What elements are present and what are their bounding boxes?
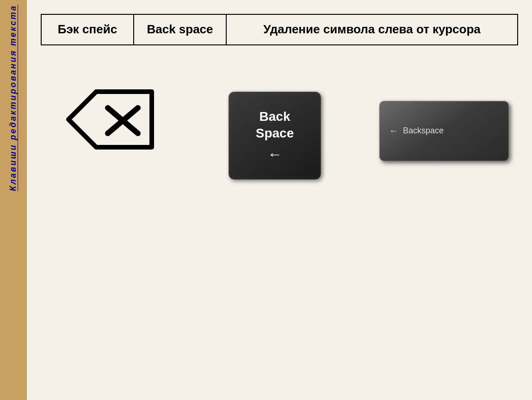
right-section: ← Backspace [379, 64, 509, 161]
images-area: Back Space ← ← Backspace [41, 59, 518, 391]
main-content: Бэк спейс Back space Удаление символа сл… [27, 0, 532, 400]
key-label-line2: Space [256, 125, 294, 142]
key-label-line1: Back [260, 108, 291, 125]
backspace-symbol-icon [59, 82, 161, 156]
table-cell-english: Back space [134, 14, 226, 45]
key-arrow-icon: ← [267, 146, 282, 163]
real-key-text: Backspace [403, 126, 444, 136]
table-cell-description: Удаление символа слева от курсора [226, 14, 518, 45]
info-table: Бэк спейс Back space Удаление символа сл… [41, 14, 518, 45]
table-cell-russian: Бэк спейс [41, 14, 134, 45]
sidebar-text: Клавиши редактирования текста [7, 5, 19, 191]
real-key-arrow-icon: ← [389, 125, 398, 136]
backspace-icon-container [50, 73, 170, 166]
center-column: Back Space ← [229, 92, 321, 180]
real-backspace-key: ← Backspace [379, 101, 509, 161]
backspace-key-dark: Back Space ← [229, 92, 321, 180]
sidebar: Клавиши редактирования текста [0, 0, 27, 400]
